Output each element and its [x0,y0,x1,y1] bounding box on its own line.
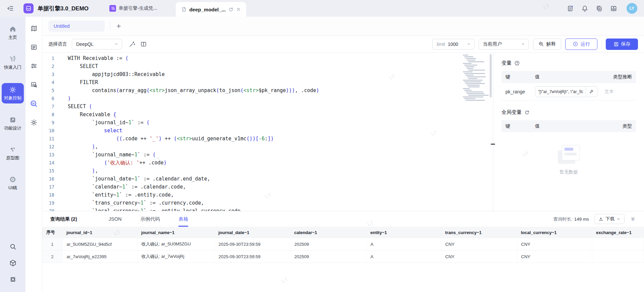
panel-resize-handle[interactable] [491,144,495,145]
tab-table[interactable]: 表格 [178,211,188,227]
collapse-panel-icon[interactable] [630,216,636,222]
table-row[interactable]: 2ar_7wVoijRj_e22395收入确认: ar_7wVoijRj2025… [42,250,644,263]
line-number: 2 [42,62,60,70]
language-select[interactable]: DeepQL [72,39,122,50]
add-query-tab-button[interactable] [116,23,122,29]
refresh-icon[interactable] [524,110,530,115]
gear-icon [9,86,16,93]
chevron-down-icon [114,42,118,46]
sidebar-item-quickstart[interactable]: 快速入门 [2,53,24,72]
line-number: 4 [42,78,60,86]
code-line: 7SELECT ( [42,102,493,111]
documents-icon[interactable] [596,5,603,12]
line-number: 15 [42,167,60,175]
card-list-icon[interactable] [30,44,38,51]
code-line: 13 `journal_name~1` := ( [42,151,493,159]
tab-deep-model[interactable]: deep_model_... [176,2,246,17]
home-icon [9,25,16,33]
column-header: journal_name~1 [137,227,214,238]
line-number: 14 [42,159,60,167]
ai-notes-icon[interactable] [567,5,574,12]
collapse-sidebar-icon[interactable] [7,5,14,12]
cart-icon [9,55,16,63]
empty-text: 暂无数据 [560,169,578,175]
avatar[interactable]: LY [627,3,637,14]
results-table: 序号journal_id~1journal_name~1journal_date… [42,227,644,263]
download-button[interactable]: 下载 [594,214,625,224]
refresh-tab-icon[interactable] [228,7,233,12]
empty-illustration [558,145,580,164]
variable-key: pk_range [505,89,535,94]
line-number: 1 [42,54,60,62]
sidebar-item-function-design[interactable]: 功能设计 [2,114,24,133]
code-line: 18 `entity~1` := .entity.code, [42,191,493,199]
code-line: 17 `calendar~1` := .calendar.code, [42,183,493,191]
table-cell: A [366,250,441,263]
code-line: 12 ), [42,143,493,151]
query-tabs-bar: Untitled [42,17,644,36]
help-icon[interactable] [514,60,520,66]
line-number: 18 [42,191,60,199]
run-button[interactable]: 运行 [565,39,597,50]
wrench-button[interactable] [586,86,597,97]
knot-icon[interactable] [9,276,17,283]
query-tab-untitled[interactable]: Untitled [48,20,105,32]
sidebar-item-ui-draft[interactable]: UI稿 [2,174,24,193]
code-line: 1WITH Receivable := ( [42,54,493,62]
explain-button[interactable]: 解释 [533,39,561,50]
line-number: 7 [42,102,60,111]
app-group: 单据引擎3.0_DEMO [23,3,89,13]
minimap[interactable] [463,55,488,101]
sidebar-item-prototype[interactable]: 原型图 [2,144,24,163]
globals-title: 全局变量 [501,109,522,116]
column-header: calendar~1 [290,227,366,238]
chevron-down-icon [521,42,525,46]
code-line: 14 ('收入确认: '++ .code) [42,159,493,167]
ql-query-icon[interactable]: QL [30,100,38,107]
settings-gear-icon[interactable] [30,119,38,126]
sidebar-item-home[interactable]: 主页 [2,23,24,43]
code-editor[interactable]: 1WITH Receivable := (2 SELECT3 appjtpjcd… [42,53,493,211]
tab-json[interactable]: JSON [109,211,122,227]
table-row[interactable]: 1ar_5U0M5ZGU_94d5cf收入确认: ar_5U0M5ZGU2025… [42,238,644,250]
line-number: 19 [42,199,60,207]
close-tab-icon[interactable] [236,7,241,12]
table-cell: A [366,238,441,250]
code-line: 20 `local_currency~1` := .entity.local_c… [42,207,493,211]
editor-scrollbar[interactable] [490,53,492,211]
table-cell: CNY [517,238,592,250]
inbox-download-icon[interactable] [610,5,617,12]
sliders-icon[interactable] [30,62,38,70]
limit-select[interactable]: limit 1000 [432,39,475,50]
play-icon [573,41,578,47]
topbar: 单据引擎3.0_DEMO 单据引擎-生成凭... deep_model_... [0,0,644,17]
column-header: journal_date~1 [214,227,290,238]
editor-toolbar: 选择语言 DeepQL limit 1000 当前用户 [42,36,644,53]
app-title: 单据引擎3.0_DEMO [38,5,89,12]
table-cell: 收入确认: ar_7wVoijRj [137,250,214,263]
save-button[interactable]: 保存 [606,39,638,50]
line-number: 16 [42,175,60,183]
map-icon[interactable] [30,25,38,32]
reference-book-icon[interactable] [140,41,147,48]
variable-value-input[interactable] [535,86,586,97]
tab-sample-code[interactable]: 示例代码 [140,211,160,227]
user-select[interactable]: 当前用户 [479,39,529,50]
table-cell [592,238,644,250]
magic-wand-icon[interactable] [129,41,136,48]
code-line: 15 ), [42,167,493,175]
table-cell: CNY [517,250,592,263]
tab-voucher[interactable]: 单据引擎-生成凭... [109,5,157,12]
line-number: 6 [42,94,60,102]
code-line: 5 contains(array_agg(<str>json_array_unp… [42,86,493,94]
design-icon [9,116,16,124]
scrollbar-thumb[interactable] [490,54,492,97]
code-line: 8 Receivable { [42,111,493,119]
search-icon[interactable] [9,243,17,250]
package-icon[interactable] [9,259,17,267]
chart-search-icon[interactable] [30,81,38,88]
sidebar-item-object-control[interactable]: 对象控制 [2,83,24,103]
language-label: 选择语言 [48,41,67,47]
table-cell: 收入确认: ar_5U0M5ZGU [137,238,214,250]
bell-icon[interactable] [581,5,588,12]
